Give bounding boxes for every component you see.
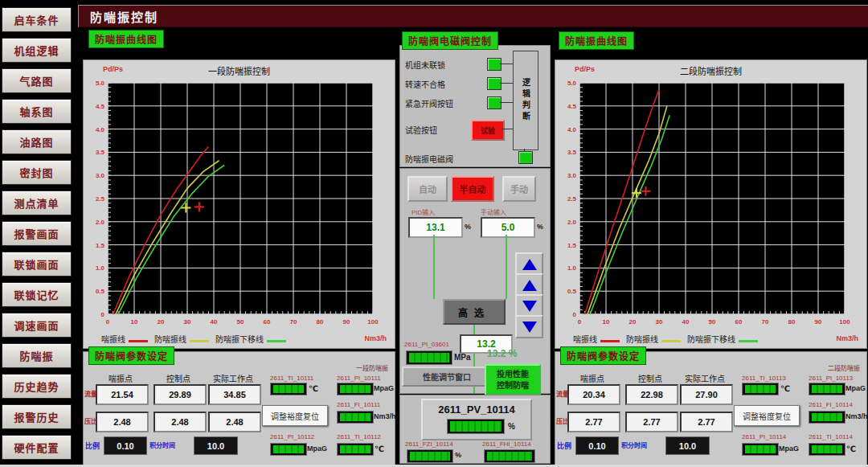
param-panel-stage1: 一段防喘振 喘振点 控制点 实际工作点 流量 21.54 29.89 34.85… <box>83 351 395 466</box>
margin-reset-button[interactable]: 调整裕度复位 <box>734 405 800 426</box>
legend-item: 防喘振线 <box>154 333 209 345</box>
temp2-tag: 2611_TI_10112 <box>337 433 381 440</box>
svg-text:1.0: 1.0 <box>96 264 105 272</box>
param-panel-stage2: 二段防喘振 喘振点 控制点 实际工作点 流量 20.34 22.98 27.90… <box>555 351 867 466</box>
legend-swatch <box>267 340 286 342</box>
legend-item: 防喘振线 <box>626 333 681 345</box>
surge-map-stage1: 010203040506070809010000.51.01.52.02.53.… <box>84 76 395 334</box>
svg-text:2.5: 2.5 <box>96 195 105 203</box>
sidebar-item-speed-screen[interactable]: 调速画面 <box>2 313 72 338</box>
ratio-control-value[interactable]: 2.48 <box>154 412 207 432</box>
mode-semi-auto-button[interactable]: 半自动 <box>451 176 494 202</box>
test-button[interactable]: 试验 <box>471 120 505 141</box>
sidebar-item-interlock-screen[interactable]: 联锁画面 <box>2 252 72 277</box>
logic-judgement-box: 逻辑判断 <box>513 51 538 150</box>
ratio-surge-value[interactable]: 2.48 <box>96 412 149 432</box>
decrease-button-fine[interactable] <box>515 294 543 317</box>
ti-label: 积分时间 <box>149 440 175 449</box>
margin-reset-button[interactable]: 调整裕度复位 <box>262 405 328 426</box>
header-control-point: 控制点 <box>625 372 675 384</box>
emergency-open-indicator <box>487 96 502 109</box>
sidebar-item-interlock-memory[interactable]: 联锁记忆 <box>2 282 72 307</box>
increase-button-fine[interactable] <box>515 273 543 297</box>
header-surge-point: 喘振点 <box>96 372 145 384</box>
legend-swatch <box>600 340 620 342</box>
press2-tag: 2611_PI_10112 <box>270 433 314 440</box>
flow-control-value[interactable]: 29.89 <box>154 384 207 405</box>
svg-text:80: 80 <box>317 318 324 326</box>
increase-button-coarse[interactable] <box>515 252 543 276</box>
ti-value[interactable]: 10.0 <box>194 436 238 455</box>
solenoid-section-label: 防喘阀电磁阀控制 <box>402 31 498 50</box>
flow-working-value[interactable]: 34.85 <box>208 384 261 405</box>
flow-control-value[interactable]: 22.98 <box>625 384 678 405</box>
sidebar-item-antisurge[interactable]: 防喘振 <box>2 343 72 368</box>
flow-surge-value[interactable]: 20.34 <box>567 384 620 405</box>
kp-value[interactable]: 0.10 <box>104 436 147 455</box>
sidebar-item-history-trend[interactable]: 历史趋势 <box>2 374 72 399</box>
svg-text:40: 40 <box>211 318 218 326</box>
svg-text:100: 100 <box>839 318 850 326</box>
ratio-control-value[interactable]: 2.77 <box>625 412 678 432</box>
ratio-working-value[interactable]: 2.77 <box>680 412 733 432</box>
legend-swatch <box>739 340 758 342</box>
ratio-working-value[interactable]: 2.48 <box>208 412 261 432</box>
interlock-status-indicator <box>487 58 502 71</box>
svg-text:2.5: 2.5 <box>567 195 577 203</box>
legend-item: 喘振线 <box>101 333 148 345</box>
flow-tag: 2611_FI_10114 <box>809 401 853 408</box>
decrease-button-coarse[interactable] <box>515 315 543 338</box>
temp1-unit: ℃ <box>780 384 790 393</box>
pid-input-field[interactable]: 13.1 <box>408 217 463 238</box>
signal-line <box>433 235 435 299</box>
svg-text:3.0: 3.0 <box>567 172 577 179</box>
sidebar-item-oil-diagram[interactable]: 油路图 <box>2 129 72 154</box>
svg-text:40: 40 <box>682 318 690 326</box>
flow-display <box>809 411 845 424</box>
interlock-status-label: 机组未联锁 <box>405 59 445 71</box>
legend-swatch <box>129 340 148 342</box>
flow-working-value[interactable]: 27.90 <box>680 384 733 405</box>
svg-text:0: 0 <box>573 311 577 318</box>
high-select-button[interactable]: 高选 <box>443 299 506 325</box>
temp2-display <box>337 443 374 456</box>
sidebar-item-seal-diagram[interactable]: 密封图 <box>2 160 72 185</box>
ratio-surge-value[interactable]: 2.77 <box>567 412 620 432</box>
connector-line <box>500 63 513 64</box>
enable-performance-control-button[interactable]: 投用性能 控制防喘 <box>485 364 541 395</box>
param-corner-label-stage1: 一段防喘振 <box>356 363 388 372</box>
sidebar-item-unit-logic[interactable]: 机组逻辑 <box>2 38 72 63</box>
header-working-point: 实际工作点 <box>676 372 734 384</box>
mode-manual-button[interactable]: 手动 <box>502 176 536 202</box>
svg-text:1.5: 1.5 <box>96 242 105 249</box>
mode-auto-button[interactable]: 自动 <box>407 176 448 202</box>
sidebar-item-start-conditions[interactable]: 启车条件 <box>2 7 72 32</box>
sidebar-item-point-list[interactable]: 测点清单 <box>2 190 72 215</box>
ti-label: 积分时间 <box>621 440 647 449</box>
kp-value[interactable]: 0.10 <box>575 436 619 455</box>
pv-tag-label: 2611_PV_10114 <box>423 404 530 416</box>
temp2-display <box>809 443 845 456</box>
manual-input-label: 手动输入 <box>481 207 506 216</box>
sidebar-item-shaft-diagram[interactable]: 轴系图 <box>2 99 72 124</box>
flow-surge-value[interactable]: 21.54 <box>96 384 149 405</box>
sidebar-item-gas-diagram[interactable]: 气路图 <box>2 68 72 93</box>
performance-window-button[interactable]: 性能调节窗口 <box>402 367 492 387</box>
ti-value[interactable]: 10.0 <box>665 436 710 455</box>
signal-line <box>506 235 507 299</box>
legend-swatch <box>190 340 209 342</box>
arrow-down-icon <box>522 322 537 333</box>
kp-label: 比例 <box>557 440 571 451</box>
press2-unit: MpaG <box>779 444 799 453</box>
surge-chart-panel-stage2: 二段防喘振控制 Pd/Ps 010203040506070809010000.5… <box>555 59 867 349</box>
page-title: 防喘振控制 <box>78 5 868 27</box>
surge-chart-panel-stage1: 一段防喘振控制 Pd/Ps 010203040506070809010000.5… <box>83 59 395 349</box>
sidebar-item-alarm-history[interactable]: 报警历史 <box>2 404 72 429</box>
sidebar-item-alarm-screen[interactable]: 报警画面 <box>2 221 72 246</box>
manual-input-field[interactable]: 5.0 <box>481 217 535 238</box>
sidebar-item-hardware-config[interactable]: 硬件配置 <box>2 435 72 460</box>
svg-text:3.0: 3.0 <box>96 172 105 179</box>
header-working-point: 实际工作点 <box>204 372 262 384</box>
temp2-unit: ℃ <box>375 444 384 453</box>
press1-display <box>809 383 845 395</box>
